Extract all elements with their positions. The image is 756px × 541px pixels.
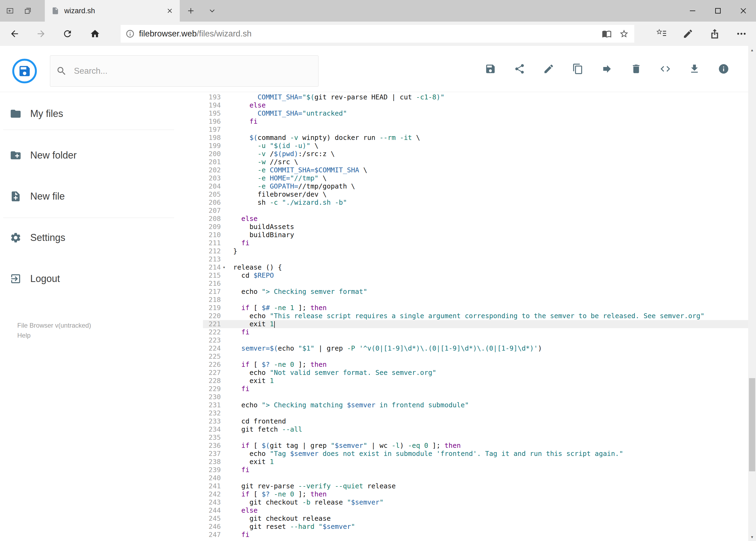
info-button[interactable] bbox=[718, 63, 729, 75]
tab-list-chevron-icon[interactable] bbox=[208, 8, 216, 14]
code-line[interactable]: 243 git checkout -b release "$semver" bbox=[203, 498, 748, 506]
refresh-button[interactable] bbox=[62, 29, 73, 39]
share-button[interactable] bbox=[514, 63, 525, 75]
code-line[interactable]: 213 bbox=[203, 255, 748, 264]
code-line[interactable]: 194 else bbox=[203, 101, 748, 109]
address-bar[interactable]: filebrowser.web/files/wizard.sh bbox=[121, 25, 634, 43]
help-link[interactable]: Help bbox=[17, 330, 91, 340]
code-line[interactable]: 227 echo "Not valid semver format. See s… bbox=[203, 369, 748, 377]
save-button[interactable] bbox=[485, 63, 496, 75]
code-line[interactable]: 236 if [ $(git tag | grep "$semver" | wc… bbox=[203, 442, 748, 450]
code-line[interactable]: 196 fi bbox=[203, 118, 748, 126]
code-line[interactable]: 232 bbox=[203, 409, 748, 417]
tab-preview-icon[interactable] bbox=[24, 7, 32, 15]
window-maximize-button[interactable] bbox=[705, 0, 731, 22]
code-line[interactable]: 222 fi bbox=[203, 328, 748, 336]
page-scrollbar[interactable]: ▲ ▼ bbox=[748, 46, 756, 541]
site-info-icon[interactable] bbox=[126, 29, 135, 38]
code-line[interactable]: 203 -e HOME="//tmp" \ bbox=[203, 174, 748, 182]
code-line[interactable]: 216 bbox=[203, 279, 748, 287]
code-line[interactable]: 228 exit 1 bbox=[203, 377, 748, 385]
code-line[interactable]: 215 cd $REPO bbox=[203, 271, 748, 279]
code-line[interactable]: 202 -e COMMIT_SHA=$COMMIT_SHA \ bbox=[203, 166, 748, 174]
sidebar-item-settings[interactable]: Settings bbox=[0, 224, 178, 251]
code-line[interactable]: 218 bbox=[203, 296, 748, 304]
code-line[interactable]: 246 git reset --hard "$semver" bbox=[203, 523, 748, 531]
scrollbar-down-icon[interactable]: ▼ bbox=[748, 533, 756, 541]
search-box[interactable] bbox=[50, 55, 319, 87]
code-line[interactable]: 244 else bbox=[203, 506, 748, 515]
code-line[interactable]: 231 echo "> Checking matching $semver in… bbox=[203, 401, 748, 409]
code-line[interactable]: 210 buildBinary bbox=[203, 231, 748, 239]
rename-button[interactable] bbox=[543, 63, 554, 75]
code-line[interactable]: 217 echo "> Checking semver format" bbox=[203, 287, 748, 296]
code-line[interactable]: 233 cd frontend bbox=[203, 417, 748, 425]
code-line[interactable]: 245 git checkout release bbox=[203, 515, 748, 523]
code-area[interactable]: 193 COMMIT_SHA="$(git rev-parse HEAD | c… bbox=[203, 92, 748, 541]
code-line[interactable]: 200 -v /$(pwd):/src:z \ bbox=[203, 150, 748, 158]
code-line[interactable]: 207 bbox=[203, 207, 748, 215]
search-input[interactable] bbox=[74, 66, 296, 76]
code-line[interactable]: 226 if [ $? -ne 0 ]; then bbox=[203, 360, 748, 369]
sidebar-item-new-file[interactable]: New file bbox=[0, 183, 178, 210]
code-line[interactable]: 237 echo "Tag $semver does not exist in … bbox=[203, 450, 748, 458]
share-icon[interactable] bbox=[709, 28, 720, 39]
code-line[interactable]: 205 filebrowser/dev \ bbox=[203, 191, 748, 199]
window-minimize-button[interactable] bbox=[680, 0, 705, 22]
window-close-button[interactable] bbox=[731, 0, 756, 22]
back-button[interactable] bbox=[9, 29, 20, 39]
code-line[interactable]: 235 bbox=[203, 433, 748, 442]
code-line[interactable]: 242 if [ $? -ne 0 ]; then bbox=[203, 490, 748, 498]
code-line[interactable]: 204 -e GOPATH=//tmp/gopath \ bbox=[203, 182, 748, 191]
web-notes-pen-icon[interactable] bbox=[682, 28, 693, 39]
code-line[interactable]: 234 git fetch --all bbox=[203, 425, 748, 433]
download-button[interactable] bbox=[689, 63, 700, 75]
code-line[interactable]: 201 -w //src \ bbox=[203, 158, 748, 166]
code-line[interactable]: 198 $(command -v winpty) docker run --rm… bbox=[203, 134, 748, 142]
filebrowser-logo bbox=[12, 58, 38, 84]
code-line[interactable]: 195 COMMIT_SHA="untracked" bbox=[203, 109, 748, 118]
code-line[interactable]: 223 bbox=[203, 336, 748, 344]
code-line[interactable]: 212} bbox=[203, 247, 748, 255]
tabs-set-aside-icon[interactable] bbox=[6, 7, 14, 15]
code-line[interactable]: 230 bbox=[203, 393, 748, 401]
sidebar-item-logout[interactable]: Logout bbox=[0, 265, 178, 292]
copy-button[interactable] bbox=[572, 63, 584, 75]
code-line[interactable]: 208 else bbox=[203, 215, 748, 223]
code-line[interactable]: 238 exit 1 bbox=[203, 458, 748, 466]
tab-close-icon[interactable] bbox=[166, 7, 173, 14]
more-options-icon[interactable] bbox=[736, 28, 747, 39]
code-line[interactable]: 193 COMMIT_SHA="$(git rev-parse HEAD | c… bbox=[203, 93, 748, 101]
code-line[interactable]: 229 fi bbox=[203, 385, 748, 393]
code-line[interactable]: 197 bbox=[203, 126, 748, 134]
code-line[interactable]: 241 git rev-parse --verify --quiet relea… bbox=[203, 482, 748, 490]
code-line[interactable]: 206 sh -c "./wizard.sh -b" bbox=[203, 199, 748, 207]
code-line[interactable]: 199 -u "$(id -u)" \ bbox=[203, 142, 748, 150]
code-line[interactable]: 219 if [ $# -ne 1 ]; then bbox=[203, 304, 748, 312]
fold-marker-icon[interactable]: ▾ bbox=[221, 264, 227, 271]
home-button[interactable] bbox=[90, 29, 100, 39]
code-line[interactable]: 221 exit 1 bbox=[203, 320, 748, 328]
scrollbar-thumb[interactable] bbox=[749, 378, 755, 471]
code-line[interactable]: 214▾release () { bbox=[203, 264, 748, 271]
forward-button[interactable] bbox=[36, 29, 46, 39]
browser-tab[interactable]: wizard.sh bbox=[45, 0, 180, 22]
code-line[interactable]: 225 bbox=[203, 352, 748, 360]
sidebar-item-my-files[interactable]: My files bbox=[0, 100, 178, 127]
code-line[interactable]: 240 bbox=[203, 474, 748, 482]
code-line[interactable]: 247 fi bbox=[203, 531, 748, 539]
reading-view-icon[interactable] bbox=[602, 29, 612, 39]
delete-button[interactable] bbox=[630, 63, 642, 75]
code-view-button[interactable] bbox=[660, 63, 671, 75]
code-line[interactable]: 220 echo "This release script requires a… bbox=[203, 312, 748, 320]
scrollbar-up-icon[interactable]: ▲ bbox=[748, 46, 756, 54]
code-line[interactable]: 224 semver=$(echo "$1" | grep -P '^v(0|[… bbox=[203, 344, 748, 352]
code-line[interactable]: 239 fi bbox=[203, 466, 748, 474]
favorites-hub-icon[interactable] bbox=[656, 28, 667, 39]
favorite-star-icon[interactable] bbox=[619, 29, 629, 39]
code-line[interactable]: 211 fi bbox=[203, 239, 748, 247]
move-button[interactable] bbox=[601, 63, 613, 75]
sidebar-item-new-folder[interactable]: New folder bbox=[0, 142, 178, 169]
new-tab-button[interactable] bbox=[187, 7, 195, 15]
code-line[interactable]: 209 buildAssets bbox=[203, 223, 748, 231]
